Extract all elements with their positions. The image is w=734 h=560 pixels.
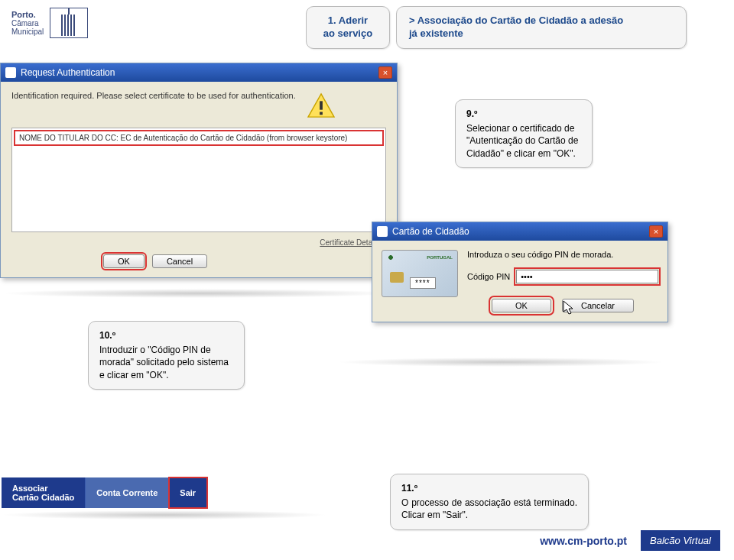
- municipal-logo: Porto. Câmara Municipal: [11, 8, 88, 38]
- auth-prompt-text: Identification required. Please select c…: [11, 91, 296, 100]
- cc-app-icon: [377, 226, 388, 237]
- breadcrumb-line2: já existente: [409, 28, 463, 39]
- app-icon: [5, 67, 16, 78]
- svg-rect-2: [320, 112, 323, 115]
- nav-associar-line2: Cartão Cidadão: [12, 493, 74, 502]
- balcao-virtual-badge: Balcão Virtual: [641, 530, 720, 551]
- svg-rect-1: [320, 101, 323, 109]
- pin-prompt-text: Introduza o seu código PIN de morada.: [467, 250, 658, 259]
- step-9-number: 9.º: [466, 108, 581, 120]
- warning-icon: [307, 92, 336, 118]
- step-11-text: O processo de associação está terminado.…: [401, 497, 577, 521]
- step-10-number: 10.º: [99, 329, 233, 342]
- step-9-text: Selecionar o certificado de "Autenticaçã…: [466, 122, 581, 160]
- bottom-nav-bar: Associar Cartão Cidadão Conta Corrente S…: [0, 477, 323, 508]
- step-10-text: Introduzir o "Código PIN de morada" soli…: [99, 344, 233, 381]
- logo-text: Porto. Câmara Municipal: [11, 10, 44, 36]
- step-indicator-box: 1. Aderir ao serviço: [306, 6, 390, 49]
- nav-conta-corrente[interactable]: Conta Corrente: [86, 477, 169, 508]
- breadcrumb-line1: > Associação do Cartão de Cidadão a ades…: [409, 15, 623, 26]
- page-footer: www.cm-porto.pt Balcão Virtual: [540, 530, 720, 551]
- card-chip-icon: [390, 272, 404, 283]
- step-number-sub: ao serviço: [323, 28, 372, 39]
- ok-button[interactable]: OK: [103, 254, 145, 268]
- close-icon[interactable]: ×: [649, 225, 663, 238]
- auth-dialog-titlebar: Request Authentication ×: [1, 63, 397, 82]
- certificate-list[interactable]: NOME DO TITULAR DO CC: EC de Autenticaçã…: [11, 128, 386, 232]
- cc-dialog-title: Cartão de Cidadão: [392, 226, 469, 237]
- card-masked-number: ****: [410, 277, 436, 289]
- auth-dialog-title: Request Authentication: [21, 67, 115, 78]
- pin-label: Código PIN: [467, 272, 510, 281]
- close-icon[interactable]: ×: [378, 66, 392, 79]
- step-number: 1. Aderir: [328, 15, 368, 26]
- breadcrumb-box: > Associação do Cartão de Cidadão a ades…: [396, 6, 687, 49]
- citizen-card-image: PORTUGAL ****: [382, 250, 458, 297]
- nav-associar-line1: Associar: [12, 484, 74, 493]
- step-11-number: 11.º: [401, 482, 577, 494]
- cc-dialog-titlebar: Cartão de Cidadão ×: [372, 222, 667, 241]
- logo-building-icon: [50, 8, 88, 38]
- step-10-callout: 10.º Introduzir o "Código PIN de morada"…: [88, 321, 245, 390]
- footer-url: www.cm-porto.pt: [540, 535, 627, 547]
- ok-button[interactable]: OK: [492, 299, 551, 312]
- svg-marker-3: [563, 301, 573, 314]
- cancel-button[interactable]: Cancel: [152, 254, 207, 268]
- certificate-details-link[interactable]: Certificate Details...: [11, 238, 386, 247]
- auth-dialog: Request Authentication × Identification …: [0, 63, 398, 278]
- nav-associar[interactable]: Associar Cartão Cidadão: [2, 477, 86, 508]
- card-country-label: PORTUGAL: [427, 255, 453, 260]
- step-11-callout: 11.º O processo de associação está termi…: [390, 474, 589, 530]
- header-callouts: 1. Aderir ao serviço > Associação do Car…: [306, 6, 687, 49]
- certificate-row[interactable]: NOME DO TITULAR DO CC: EC de Autenticaçã…: [14, 130, 384, 146]
- pin-input[interactable]: [516, 270, 658, 283]
- nav-sair[interactable]: Sair: [169, 477, 207, 508]
- cc-pin-dialog: Cartão de Cidadão × PORTUGAL **** Introd…: [372, 222, 668, 322]
- step-9-callout: 9.º Selecionar o certificado de "Autenti…: [455, 99, 593, 168]
- cursor-icon: [563, 300, 575, 316]
